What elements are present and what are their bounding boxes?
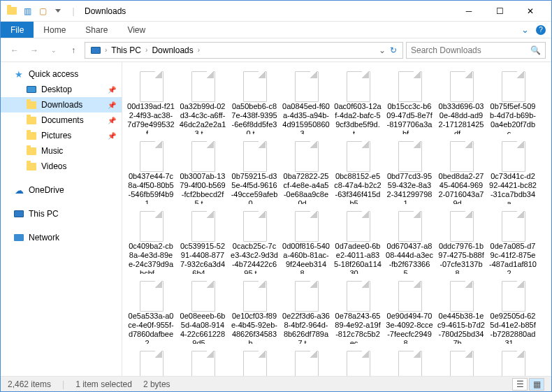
file-item[interactable]: 0b3007ab-1379-4f00-b569-fcf2bbecd2f5.t… [177, 137, 228, 205]
file-item[interactable]: 0b33d696-030e-48dd-ad92-171281425df… [436, 67, 486, 136]
sidebar-item-videos[interactable]: Videos [1, 159, 122, 174]
file-item[interactable]: 0d00f816-540a-460b-81ac-9f24eeb3148… [281, 207, 331, 275]
view-icons-button[interactable]: ▦ [529, 378, 544, 391]
file-item[interactable]: 0a0845ed-f60a-4d35-a94b-4d9159508603… [281, 67, 331, 136]
file-icon [341, 68, 375, 101]
file-item[interactable]: 0bed8da2-2745-4064-9692-0716043a79d… [436, 137, 486, 205]
file-item[interactable]: 0e90d494-703e-4092-8cce-7feecfc29498… [384, 277, 435, 345]
ribbon-expand-icon[interactable]: ⌄ [521, 24, 529, 35]
file-item[interactable]: 0f46a7dc-572b-442d-a849-2a100f06f5eb… [436, 347, 486, 376]
tab-home[interactable]: Home [34, 22, 75, 38]
file-item[interactable]: 0eeb0997-c601-42ba-a3c4-6406849742e3… [177, 347, 228, 376]
file-item[interactable]: 0c409ba2-cb8a-4e3d-89ee-24c379d9abcbf… [126, 207, 176, 275]
file-grid[interactable]: 00d139ad-f212-4f93-ac38-7d79e499532f…0a3… [122, 62, 551, 376]
pc-icon [13, 208, 24, 219]
sidebar-network[interactable]: Network [1, 230, 122, 245]
file-item[interactable]: 0f8ffcfe-cd08-44cd-4032-bd6d0b23bce187… [333, 347, 383, 376]
breadcrumb-thispc[interactable]: This PC [108, 45, 144, 55]
pin-icon: 📌 [108, 86, 116, 94]
file-item[interactable]: 0e445b38-1ec9-4615-b7d2-780d25bd347b… [436, 277, 486, 345]
nav-up-button[interactable]: ↑ [65, 42, 82, 59]
sidebar-label: OneDrive [29, 185, 64, 195]
view-details-button[interactable]: ☰ [512, 378, 528, 391]
maximize-button[interactable]: ☐ [484, 1, 515, 21]
file-icon [238, 278, 271, 310]
file-item[interactable]: 0f9b8584-1883-4255-8bdb6-a5aba228d3a7… [384, 347, 435, 376]
file-item[interactable]: 0d7adee0-6be2-4011-a835-18f260a11430… [333, 207, 383, 275]
file-name: 0d7adee0-6be2-4011-a835-18f260a11430… [334, 242, 382, 274]
file-item[interactable]: 0a32b99d-02d3-4c3c-a6ff-46dc2a2e2a13.t… [177, 67, 228, 136]
file-icon [393, 68, 426, 101]
file-item[interactable]: 0b75f5ef-509b-4d7d-b69b-0a4eb20f7dbc… [488, 67, 538, 136]
nav-recent-dropdown[interactable]: ⌄ [45, 42, 62, 59]
file-item[interactable]: 0a50beb6-c87e-438f-9395-6e6f8dd5fe30.t… [229, 67, 279, 136]
sidebar-onedrive[interactable]: ☁OneDrive [1, 182, 122, 198]
file-item[interactable]: 0c539915-5291-4408-8777-932c6a3d46b4… [177, 207, 228, 275]
search-input[interactable]: 🔍 [406, 42, 546, 59]
refresh-icon[interactable]: ↻ [390, 45, 397, 55]
file-icon [134, 348, 168, 376]
file-icon [186, 348, 219, 376]
file-item[interactable]: 0f0d41fc-0436-4b12-8db2-b5770fb1b3344… [281, 347, 331, 376]
sidebar-item-pictures[interactable]: Pictures📌 [1, 128, 122, 143]
qat-dropdown-icon[interactable] [52, 6, 64, 17]
file-item[interactable]: 0e10cf03-f89e-4b45-92eb-48626f34583b… [229, 277, 279, 345]
breadcrumb-downloads[interactable]: Downloads [149, 45, 196, 55]
file-item[interactable]: 0bc88152-e5c8-47a4-b2c2-63f346f415db5… [333, 137, 383, 205]
breadcrumb[interactable]: › This PC › Downloads › ⌄ ↻ [85, 42, 403, 59]
qat-properties-icon[interactable]: ▥ [22, 6, 33, 17]
file-item[interactable]: 0b437e44-7c8a-4f50-80b5-546fb59f4b91… [126, 137, 176, 205]
file-item[interactable]: 0f83a6e6-dd3b-46f9-945f-48035f1eafd1.tmp [488, 347, 538, 376]
nav-forward-button[interactable]: → [26, 42, 43, 59]
sidebar-item-desktop[interactable]: Desktop📌 [1, 82, 122, 97]
qat-divider: | [68, 6, 79, 17]
nav-back-button[interactable]: ← [6, 42, 23, 59]
close-button[interactable]: ✕ [515, 1, 546, 21]
chevron-right-icon[interactable]: › [145, 46, 147, 54]
breadcrumb-root-icon[interactable] [88, 47, 103, 54]
file-item[interactable]: 0e656746-6d57-456f-9642-896fe6e69bedf… [126, 347, 176, 376]
videos-icon [26, 161, 37, 172]
music-icon [26, 145, 37, 157]
file-item[interactable]: 0de7a085-d79c-41f2-875e-487ad1af8102… [488, 207, 538, 275]
file-name: 0e78a243-6589-4e92-a19f-812c78c5b2ec… [334, 312, 382, 344]
tab-view[interactable]: View [117, 22, 155, 38]
sidebar-item-downloads[interactable]: Downloads📌 [1, 97, 122, 112]
breadcrumb-dropdown-icon[interactable]: ⌄ [379, 45, 386, 55]
file-item[interactable]: 0c73d41c-d292-4421-bc82-31ca7bdb34a… [488, 137, 538, 205]
file-item[interactable]: 0e22f3d6-a368-4bf2-964d-8b626df789a7.t… [281, 277, 331, 345]
sidebar-thispc[interactable]: This PC [1, 206, 122, 222]
file-name: 0b437e44-7c8a-4f50-80b5-546fb59f4b91… [127, 172, 175, 204]
file-item[interactable]: 0ba72822-25cf-4e8e-a4a5-0e68aa9c8e0d… [281, 137, 331, 205]
file-icon [289, 68, 323, 101]
file-item[interactable]: 0e08eeeb-6b5d-4a08-9144-22c6612289d5… [177, 277, 228, 345]
file-item[interactable]: 0e92505d-625d-41e2-b85f-b7282880ad31… [488, 277, 538, 345]
file-item[interactable]: 0b15cc3c-b609-47d5-8e7f-8197706a3abf… [384, 67, 435, 136]
sidebar-label: Downloads [41, 100, 82, 110]
file-item[interactable]: 0bd77cd3-9559-432e-8a32-3412997981… [384, 137, 435, 205]
minimize-button[interactable]: ─ [453, 1, 484, 21]
qat-new-folder-icon[interactable]: ▢ [37, 6, 48, 17]
file-item[interactable]: 0ac0f603-12af-4da2-bafc-59cf3dbe5f9d.t… [333, 67, 383, 136]
pin-icon: 📌 [108, 101, 116, 109]
file-item[interactable]: 0ef506e7-4325-4a6b-8b81-1684e4cfd143… [229, 347, 279, 376]
sidebar-item-documents[interactable]: Documents📌 [1, 112, 122, 128]
file-item[interactable]: 0e5a533a-a0ce-4e0f-955f-d7860dafbee2… [126, 277, 176, 345]
file-item[interactable]: 0d670437-a808-444d-a3ec-fb2f6733665… [384, 207, 435, 275]
file-icon [186, 278, 219, 310]
sidebar-label: Documents [41, 115, 84, 125]
file-item[interactable]: 0e78a243-6589-4e92-a19f-812c78c5b2ec… [333, 277, 383, 345]
sidebar-item-music[interactable]: Music [1, 143, 122, 159]
file-name: 0ddc7976-1b97-4275-b88f-07cfe3137b8… [437, 242, 485, 274]
file-item[interactable]: 00d139ad-f212-4f93-ac38-7d79e499532f… [126, 67, 176, 136]
search-field[interactable] [411, 45, 530, 55]
file-item[interactable]: 0b759215-d35e-4f5d-9616-49cce59afeb0… [229, 137, 279, 205]
chevron-right-icon[interactable]: › [105, 46, 107, 54]
tab-file[interactable]: File [1, 22, 34, 38]
sidebar-quick-access[interactable]: ★Quick access [1, 66, 122, 82]
tab-share[interactable]: Share [75, 22, 117, 38]
help-icon[interactable]: ? [536, 25, 546, 35]
file-item[interactable]: 0cacb25c-7ce3-43c2-9d3d-4b724422c695.t… [229, 207, 279, 275]
file-item[interactable]: 0ddc7976-1b97-4275-b88f-07cfe3137b8… [436, 207, 486, 275]
chevron-right-icon[interactable]: › [198, 46, 200, 54]
